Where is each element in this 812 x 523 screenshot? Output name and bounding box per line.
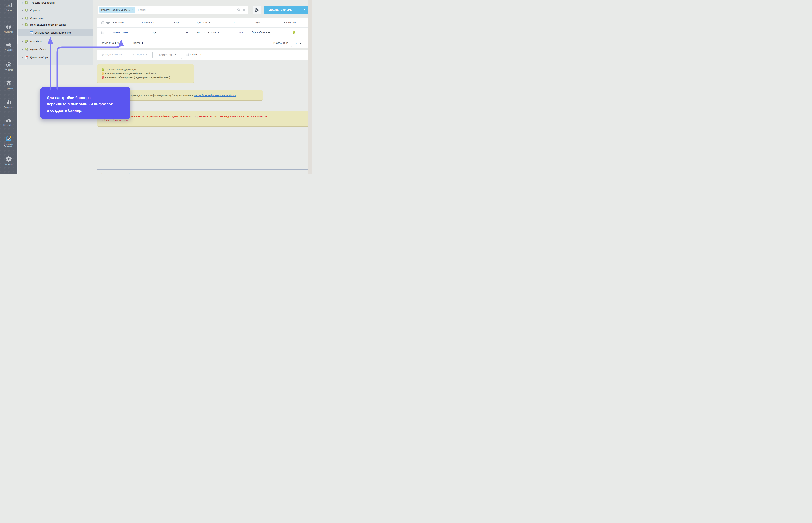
sidebar-item-services[interactable]: Сервисы <box>0 80 17 90</box>
checkbox[interactable] <box>186 53 189 56</box>
sidebar-item-bitrix24[interactable]: Переход в Битрикс24 <box>0 135 17 147</box>
expand-arrow-icon[interactable]: ▶ <box>22 2 24 4</box>
svg-text:24: 24 <box>7 4 10 7</box>
sidebar-item-label: Настройки <box>0 163 17 165</box>
cell-active: Да <box>153 31 156 34</box>
sidebar-item-store[interactable]: Магазин <box>0 42 17 51</box>
delete-button[interactable]: УДАЛИТЬ <box>133 53 147 56</box>
drag-handle-icon[interactable] <box>106 31 109 34</box>
add-element-button[interactable]: ДОБАВИТЬ ЭЛЕМЕНТ <box>264 5 308 14</box>
cell-modified: 20.11.2023 18:39:22 <box>197 31 219 34</box>
tree-item-label: Инфоблоки <box>30 40 42 43</box>
page-scrollbar[interactable] <box>308 0 312 174</box>
per-page-label: НА СТРАНИЦЕ: <box>273 42 289 44</box>
store-basket-icon <box>5 42 12 48</box>
edit-button[interactable]: РЕДАКТИРОВАТЬ <box>102 53 125 56</box>
actions-dropdown[interactable]: - ДЕЙСТВИЯ - <box>153 51 182 59</box>
bitrix24-transition-icon <box>5 135 12 142</box>
sidebar-item-label: Marketplace <box>0 124 17 126</box>
table-header-row: Название Активность Сорт. Дата изм. ID С… <box>97 18 309 28</box>
tree-item-label: Торговые предложения <box>30 1 55 4</box>
sidebar-item-analytics[interactable]: Аналитика <box>0 100 17 108</box>
elements-table: Название Активность Сорт. Дата изм. ID С… <box>97 18 309 48</box>
tree-item-directories[interactable]: ▶ Справочники <box>18 15 93 22</box>
docflow-icon <box>25 56 29 59</box>
checked-counter: ОТМЕЧЕНО: 0 / 1 <box>102 42 119 44</box>
infoblocks-section-icon <box>25 40 29 43</box>
search-icon[interactable] <box>237 8 240 11</box>
column-header-status[interactable]: Статус <box>252 21 260 24</box>
tree-item-label: Всплывающий рекламный баннер <box>30 23 66 26</box>
marketing-target-icon <box>5 23 12 30</box>
highload-section-icon <box>25 48 29 51</box>
warning-line-2: рабочего (боевого) сайта. <box>101 119 130 122</box>
table-row[interactable]: Баннер осень Да 500 20.11.2023 18:39:22 … <box>97 28 309 38</box>
expand-arrow-icon[interactable]: ▶ <box>22 17 24 19</box>
callout-line: и создайте баннер. <box>47 107 131 114</box>
column-header-active[interactable]: Активность <box>142 21 155 24</box>
footer-copyright: © Битрикс, Управление сайтом <box>101 173 134 174</box>
infoblock-type-icon <box>25 1 29 4</box>
for-all-checkbox[interactable]: ДЛЯ ВСЕХ <box>186 53 202 56</box>
filter-chip-label: Раздел: Верхний урове… <box>101 8 130 11</box>
clear-search-icon[interactable] <box>243 8 245 11</box>
red-dot-icon <box>102 76 104 79</box>
select-all-checkbox[interactable] <box>102 21 104 24</box>
column-settings-gear-icon[interactable] <box>106 21 110 25</box>
sidebar-item-marketing[interactable]: Маркетинг <box>0 23 17 33</box>
expand-arrow-icon[interactable]: ▶ <box>27 32 29 34</box>
note-text: права доступа к информационному блоку вы… <box>131 94 193 97</box>
expand-arrow-icon[interactable]: ▶ <box>22 10 24 11</box>
row-checkbox[interactable] <box>102 31 104 34</box>
tree-item-label: Документооборот <box>30 56 49 58</box>
sidebar-item-label: Сайты <box>0 9 17 11</box>
settings-gear-icon <box>5 156 12 162</box>
legend-item: - временно заблокирована (редактируется … <box>102 76 170 79</box>
tree-item-label: Всплывающий рекламный баннер <box>35 32 71 34</box>
column-header-modified[interactable]: Дата изм. <box>197 21 211 24</box>
tree-item-highload-blocks[interactable]: ▶ Highload-блоки <box>18 46 93 53</box>
tree-item-docflow[interactable]: ▶ Документооборот <box>18 54 93 61</box>
sidebar-item-sites[interactable]: 24 Сайты <box>0 2 17 11</box>
warning-line-1: значена для разработки на базе продукта … <box>131 115 267 118</box>
sidebar-item-clients[interactable]: 24 Клиенты <box>0 61 17 71</box>
column-header-id[interactable]: ID <box>234 21 236 24</box>
filter-chip[interactable]: Раздел: Верхний урове… ✕ <box>99 7 135 13</box>
x-icon <box>133 53 135 56</box>
tree-item-infoblocks[interactable]: ▶ Инфоблоки <box>18 38 93 45</box>
clients-24-icon: 24 <box>5 61 12 68</box>
filter-search-bar[interactable]: Раздел: Верхний урове… ✕ + поиск <box>98 5 248 14</box>
infoblock-settings-link[interactable]: Настройках информационного блока. <box>194 94 237 97</box>
chip-close-icon[interactable]: ✕ <box>132 8 133 11</box>
callout-line: Для настройки баннера <box>47 95 131 101</box>
sidebar-item-marketplace[interactable]: Marketplace <box>0 118 17 126</box>
legend-item: - доступна для модификации <box>102 68 136 71</box>
lock-legend-box: - доступна для модификации - заблокирова… <box>97 64 194 84</box>
column-header-lock[interactable]: Блокировка <box>284 21 297 24</box>
tree-item-popup-banner-type[interactable]: ▼ Всплывающий рекламный баннер <box>18 21 93 29</box>
expand-arrow-icon[interactable]: ▶ <box>22 41 24 42</box>
collapse-arrow-icon[interactable]: ▼ <box>22 24 24 26</box>
cell-status: [1] Опубликован <box>252 31 270 34</box>
tree-item-trade-offers[interactable]: ▶ Торговые предложения <box>18 0 93 6</box>
bitrix-admin-page: 24 Сайты Маркетинг Магазин <box>0 0 312 174</box>
app-sidebar: 24 Сайты Маркетинг Магазин <box>0 0 17 174</box>
sidebar-item-settings[interactable]: Настройки <box>0 156 17 165</box>
sidebar-item-label: Клиенты <box>0 69 17 71</box>
expand-arrow-icon[interactable]: ▶ <box>22 49 24 50</box>
sites-24-icon: 24 <box>5 2 12 8</box>
tree-item-services[interactable]: ▶ Сервисы <box>18 7 93 14</box>
expand-arrow-icon[interactable]: ▶ <box>22 56 24 58</box>
sort-desc-icon <box>209 22 211 23</box>
pencil-icon <box>102 53 104 56</box>
add-element-dropdown[interactable] <box>300 9 308 11</box>
sidebar-item-label: Маркетинг <box>0 31 17 33</box>
cell-id-link[interactable]: 383 <box>239 31 243 34</box>
tree-item-popup-banner-infoblock[interactable]: ▶ Всплывающий рекламный баннер <box>18 29 93 36</box>
search-placeholder: + поиск <box>138 8 146 11</box>
element-name-link[interactable]: Баннер осень <box>113 31 128 34</box>
column-header-sort[interactable]: Сорт. <box>174 21 180 24</box>
grid-settings-button[interactable] <box>253 6 261 14</box>
per-page-select[interactable]: 20 <box>291 40 307 47</box>
column-header-name[interactable]: Название <box>113 21 124 24</box>
